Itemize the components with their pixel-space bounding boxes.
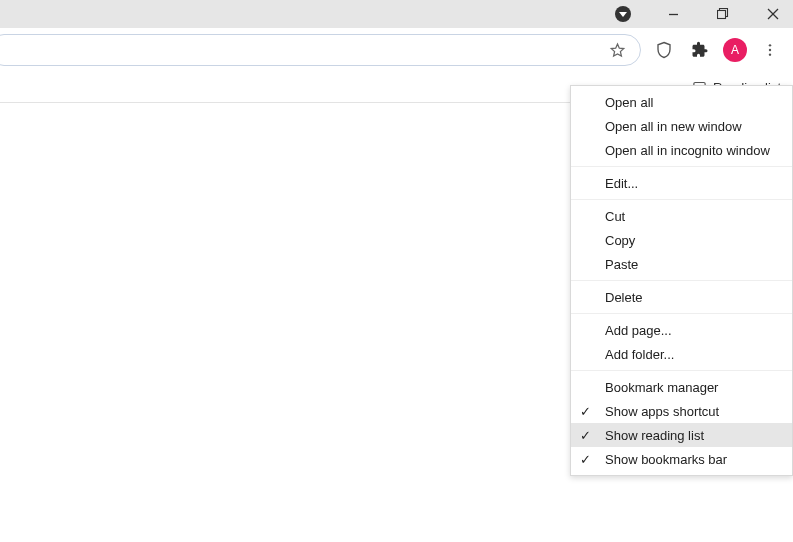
account-dropdown-icon[interactable]: [615, 6, 631, 22]
menu-item-label: Show apps shortcut: [605, 404, 719, 419]
minimize-icon: [668, 9, 679, 20]
profile-avatar[interactable]: A: [723, 38, 747, 62]
extensions-icon[interactable]: [687, 37, 713, 63]
menu-section: Delete: [571, 281, 792, 314]
restore-button[interactable]: [707, 0, 739, 28]
check-icon: ✓: [580, 404, 591, 419]
menu-item-label: Delete: [605, 290, 643, 305]
svg-rect-2: [718, 11, 726, 19]
menu-item-bookmark-manager[interactable]: Bookmark manager: [571, 375, 792, 399]
menu-item-open-all[interactable]: Open all: [571, 90, 792, 114]
menu-item-open-all-in-new-window[interactable]: Open all in new window: [571, 114, 792, 138]
menu-item-label: Show bookmarks bar: [605, 452, 727, 467]
menu-section: Bookmark manager✓Show apps shortcut✓Show…: [571, 371, 792, 475]
menu-item-delete[interactable]: Delete: [571, 285, 792, 309]
svg-point-5: [769, 44, 771, 46]
vault-icon[interactable]: [651, 37, 677, 63]
menu-item-label: Copy: [605, 233, 635, 248]
menu-item-add-page[interactable]: Add page...: [571, 318, 792, 342]
menu-section: CutCopyPaste: [571, 200, 792, 281]
menu-item-open-all-in-incognito-window[interactable]: Open all in incognito window: [571, 138, 792, 162]
menu-item-show-bookmarks-bar[interactable]: ✓Show bookmarks bar: [571, 447, 792, 471]
menu-item-label: Open all: [605, 95, 653, 110]
window-titlebar: [0, 0, 793, 28]
menu-item-label: Add folder...: [605, 347, 674, 362]
bookmarks-context-menu: Open allOpen all in new windowOpen all i…: [570, 85, 793, 476]
menu-item-label: Cut: [605, 209, 625, 224]
menu-item-show-reading-list[interactable]: ✓Show reading list: [571, 423, 792, 447]
menu-item-label: Open all in new window: [605, 119, 742, 134]
menu-section: Add page...Add folder...: [571, 314, 792, 371]
svg-point-7: [769, 53, 771, 55]
menu-item-copy[interactable]: Copy: [571, 228, 792, 252]
close-button[interactable]: [757, 0, 789, 28]
menu-item-label: Bookmark manager: [605, 380, 718, 395]
menu-item-label: Add page...: [605, 323, 672, 338]
restore-icon: [717, 8, 729, 20]
bookmark-star-icon[interactable]: [604, 37, 630, 63]
close-icon: [767, 8, 779, 20]
menu-item-cut[interactable]: Cut: [571, 204, 792, 228]
menu-item-label: Edit...: [605, 176, 638, 191]
menu-item-paste[interactable]: Paste: [571, 252, 792, 276]
browser-toolbar: A: [0, 28, 793, 72]
menu-item-edit[interactable]: Edit...: [571, 171, 792, 195]
menu-item-label: Show reading list: [605, 428, 704, 443]
minimize-button[interactable]: [657, 0, 689, 28]
menu-section: Edit...: [571, 167, 792, 200]
address-bar[interactable]: [0, 34, 641, 66]
avatar-letter: A: [731, 43, 739, 57]
menu-item-label: Paste: [605, 257, 638, 272]
more-menu-icon[interactable]: [757, 37, 783, 63]
check-icon: ✓: [580, 452, 591, 467]
menu-section: Open allOpen all in new windowOpen all i…: [571, 86, 792, 167]
menu-item-add-folder[interactable]: Add folder...: [571, 342, 792, 366]
menu-item-show-apps-shortcut[interactable]: ✓Show apps shortcut: [571, 399, 792, 423]
check-icon: ✓: [580, 428, 591, 443]
menu-item-label: Open all in incognito window: [605, 143, 770, 158]
svg-point-6: [769, 49, 771, 51]
